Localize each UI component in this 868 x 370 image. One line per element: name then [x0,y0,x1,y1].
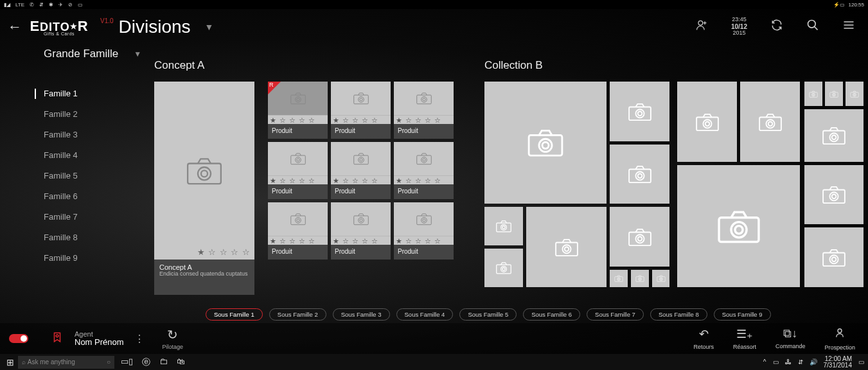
collection-tile-16[interactable] [846,82,864,106]
product-rating: ★ ☆ ☆ ☆ ☆ [331,236,391,245]
agent-info[interactable]: Agent Nom Prénom [75,330,124,347]
sidebar-item-famille-7[interactable]: Famille 7 [36,207,126,227]
search-icon[interactable] [806,19,819,35]
collection-tile-18[interactable] [804,165,864,224]
product-card-4[interactable]: ★ ☆ ☆ ☆ ☆Produit [268,142,328,199]
store-icon[interactable]: 🛍 [177,357,185,368]
tray-volume-icon[interactable]: 🔊 [810,358,817,366]
reassort-button[interactable]: ☰₊Réassort [733,327,756,351]
wifi-icon: ⇵ [39,2,44,8]
retours-button[interactable]: ↶Retours [693,327,714,351]
collection-tile-17[interactable] [804,109,864,162]
sous-famille-pill-1[interactable]: Sous Famille 1 [206,308,263,321]
agent-more-icon[interactable]: ⋮ [134,333,145,345]
collection-tile-4[interactable] [484,207,523,245]
sous-famille-pill-3[interactable]: Sous Famille 3 [333,308,390,321]
online-toggle[interactable] [9,334,28,343]
prospection-button[interactable]: Prospection [824,327,855,351]
product-card-1[interactable]: ★ ☆ ☆ ☆ ☆Produit [268,82,328,139]
product-card-2[interactable]: ★ ☆ ☆ ☆ ☆Produit [331,82,391,139]
concept-desc: Endicia consed quatenda cuptatus [159,271,249,278]
collection-tile-1[interactable] [484,82,607,204]
sidebar-item-famille-4[interactable]: Famille 4 [36,145,126,166]
product-label: Produit [268,184,328,199]
sidebar-item-famille-5[interactable]: Famille 5 [36,166,126,186]
add-user-icon[interactable] [695,19,708,35]
menu-icon[interactable] [842,19,855,35]
title-dropdown-icon[interactable]: ▼ [205,22,214,32]
product-card-3[interactable]: ★ ☆ ☆ ☆ ☆Produit [394,82,454,139]
collection-tile-10[interactable] [652,270,669,287]
sidebar-item-famille-9[interactable]: Famille 9 [36,248,126,269]
collection-tile-3[interactable] [610,145,669,204]
collection-tile-15[interactable] [825,82,843,106]
sidebar-item-famille-3[interactable]: Famille 3 [36,125,126,145]
sidebar-item-famille-6[interactable]: Famille 6 [36,186,126,207]
sous-famille-pill-6[interactable]: Sous Famille 6 [523,308,580,321]
mobile-status-bar: ▮◢ LTE ✆ ⇵ ✱ ✈ ⊘ ▭ ⚡▭ 120:55 [0,0,868,9]
taskbar-search[interactable]: ⌕ Ask me anything ○ [18,356,114,369]
sous-famille-pill-8[interactable]: Sous Famille 8 [650,308,707,321]
explorer-icon[interactable]: 🗀 [159,357,168,368]
collection-tile-12[interactable] [740,82,800,162]
product-label: Produit [394,124,454,139]
sous-famille-pill-5[interactable]: Sous Famille 5 [459,308,517,321]
bookmark-icon[interactable] [51,330,63,348]
battery-text: 120:55 [849,2,864,8]
taskbar-clock[interactable]: 12:00 AM 7/31/2014 [824,356,853,369]
refresh-icon[interactable] [770,19,783,35]
tray-wifi-icon[interactable]: ⇵ [798,358,803,366]
battery-icon: ⚡▭ [833,2,845,8]
start-button[interactable]: ⊞ [4,357,17,367]
sidebar-item-famille-8[interactable]: Famille 8 [36,227,126,248]
order-icon: ⧉↓ [775,327,806,340]
page-title[interactable]: Divisions [119,17,191,37]
header-actions: 23:45 10/12 2015 [695,17,855,37]
sous-famille-pill-9[interactable]: Sous Famille 9 [714,308,771,321]
pilotage-icon: ↻ [163,327,184,342]
grande-famille-dropdown[interactable]: Grande Famille [44,48,118,60]
product-rating: ★ ☆ ☆ ☆ ☆ [394,236,454,245]
sous-famille-pill-7[interactable]: Sous Famille 7 [587,308,644,321]
tray-battery-icon[interactable]: ▭ [773,358,779,366]
collection-tile-9[interactable] [631,270,649,287]
product-label: Produit [331,245,391,260]
sidebar-item-famille-1[interactable]: Famille 1 [36,84,126,104]
product-card-6[interactable]: ★ ☆ ☆ ☆ ☆Produit [394,142,454,199]
breadcrumb: Grande Famille ▼ [0,44,868,64]
commande-button[interactable]: ⧉↓Commande [775,327,806,351]
collection-tile-6[interactable] [484,249,523,287]
collection-tile-8[interactable] [610,270,628,287]
product-card-9[interactable]: ★ ☆ ☆ ☆ ☆Produit [394,202,454,260]
collection-tile-5[interactable] [526,207,607,287]
sous-famille-pill-4[interactable]: Sous Famille 4 [396,308,454,321]
pilotage-button[interactable]: ↻ Pilotage [163,327,184,350]
collection-tile-2[interactable] [610,82,669,141]
product-label: Produit [331,184,391,199]
collection-tile-19[interactable] [804,227,864,287]
tray-network-icon[interactable]: 🖧 [785,358,792,366]
task-view-icon[interactable]: ▭▯ [121,357,133,368]
edge-icon[interactable]: ⓔ [142,357,150,368]
undo-icon: ↶ [693,327,714,341]
concept-image [154,82,254,260]
logo-text: EDITO★R [27,21,91,31]
product-card-8[interactable]: ★ ☆ ☆ ☆ ☆Produit [331,202,391,260]
sous-famille-pill-2[interactable]: Sous Famille 2 [269,308,326,321]
chevron-down-icon[interactable]: ▼ [134,49,141,58]
sidebar-item-famille-2[interactable]: Famille 2 [36,104,126,125]
product-card-7[interactable]: ★ ☆ ☆ ☆ ☆Produit [268,202,328,260]
user-icon [824,327,855,342]
collection-tile-11[interactable] [677,82,737,162]
product-rating: ★ ☆ ☆ ☆ ☆ [268,115,328,124]
mic-icon[interactable]: ○ [107,358,111,366]
collection-tile-14[interactable] [804,82,822,106]
notifications-icon[interactable]: ▭ [858,358,864,366]
collection-tile-7[interactable] [610,207,669,267]
collection-tile-13[interactable] [677,165,800,287]
concept-card[interactable]: ★ ☆ ☆ ☆ ☆ Concept A Endicia consed quate… [154,82,254,295]
product-card-5[interactable]: ★ ☆ ☆ ☆ ☆Produit [331,142,391,199]
tray-up-icon[interactable]: ^ [763,358,766,366]
concept-footer: Concept A Endicia consed quatenda cuptat… [154,260,254,281]
back-button[interactable]: ← [8,19,27,35]
